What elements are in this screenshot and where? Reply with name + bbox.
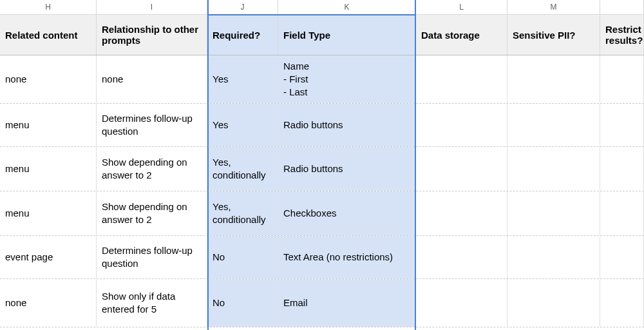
header-data-storage[interactable]: Data storage — [416, 15, 507, 55]
cell-l[interactable] — [416, 147, 507, 191]
col-letter-n[interactable] — [600, 0, 644, 14]
table-row: noneShow only if data entered for 5NoEma… — [0, 279, 644, 327]
header-required[interactable]: Required? — [207, 15, 278, 55]
header-field-type[interactable]: Field Type — [278, 15, 416, 55]
cell-h[interactable]: event page — [0, 236, 97, 278]
cell-j[interactable]: No — [207, 279, 278, 327]
cell-k[interactable]: Radio buttons — [278, 147, 416, 191]
cell-k[interactable]: Email — [278, 279, 416, 327]
cell-m[interactable] — [507, 104, 600, 146]
cell-j[interactable]: Yes, conditionally — [207, 191, 278, 235]
cell-i[interactable]: Show depending on answer to 2 — [97, 191, 207, 235]
cell-l[interactable] — [416, 279, 507, 327]
table-row: event pageDetermines follow-up questionN… — [0, 236, 644, 279]
cell-i[interactable]: none — [97, 55, 207, 103]
col-letter-k[interactable]: K — [278, 0, 416, 14]
cell-l[interactable] — [416, 104, 507, 146]
cell-n[interactable] — [600, 147, 644, 191]
cell-k[interactable]: Radio buttons — [278, 104, 416, 146]
spreadsheet[interactable]: H I J K L M Related content Relationship… — [0, 0, 644, 330]
cell-n[interactable] — [600, 55, 644, 103]
cell-l[interactable] — [416, 236, 507, 278]
cell-i[interactable]: Show only if data entered for 5 — [97, 279, 207, 327]
header-relationship[interactable]: Relationship to other prompts — [97, 15, 207, 55]
cell-n[interactable] — [600, 191, 644, 235]
column-letter-row: H I J K L M — [0, 0, 644, 15]
cell-n[interactable] — [600, 104, 644, 146]
data-rows: nonenoneYesName - First - LastmenuDeterm… — [0, 55, 644, 327]
col-letter-i[interactable]: I — [97, 0, 207, 14]
cell-i[interactable]: Determines follow-up question — [97, 104, 207, 146]
cell-l[interactable] — [416, 55, 507, 103]
cell-i[interactable]: Show depending on answer to 2 — [97, 147, 207, 191]
header-restrict-results[interactable]: Restrict results? — [600, 15, 644, 55]
header-sensitive-pii[interactable]: Sensitive PII? — [507, 15, 600, 55]
cell-h[interactable]: menu — [0, 147, 97, 191]
header-row: Related content Relationship to other pr… — [0, 15, 644, 55]
table-row: menuShow depending on answer to 2Yes, co… — [0, 191, 644, 236]
cell-j[interactable]: Yes, conditionally — [207, 147, 278, 191]
cell-h[interactable]: none — [0, 279, 97, 327]
cell-n[interactable] — [600, 279, 644, 327]
cell-m[interactable] — [507, 55, 600, 103]
col-letter-j[interactable]: J — [207, 0, 278, 14]
table-row: nonenoneYesName - First - Last — [0, 55, 644, 104]
cell-j[interactable]: No — [207, 236, 278, 278]
cell-k[interactable]: Checkboxes — [278, 191, 416, 235]
col-letter-l[interactable]: L — [416, 0, 507, 14]
cell-l[interactable] — [416, 191, 507, 235]
cell-i[interactable]: Determines follow-up question — [97, 236, 207, 278]
table-row: menuShow depending on answer to 2Yes, co… — [0, 147, 644, 191]
cell-k[interactable]: Text Area (no restrictions) — [278, 236, 416, 278]
col-letter-h[interactable]: H — [0, 0, 97, 14]
cell-m[interactable] — [507, 279, 600, 327]
cell-j[interactable]: Yes — [207, 55, 278, 103]
cell-n[interactable] — [600, 236, 644, 278]
header-related-content[interactable]: Related content — [0, 15, 97, 55]
cell-h[interactable]: none — [0, 55, 97, 103]
col-letter-m[interactable]: M — [507, 0, 600, 14]
cell-m[interactable] — [507, 147, 600, 191]
cell-m[interactable] — [507, 236, 600, 278]
cell-k[interactable]: Name - First - Last — [278, 55, 416, 103]
table-row: menuDetermines follow-up questionYesRadi… — [0, 104, 644, 147]
cell-j[interactable]: Yes — [207, 104, 278, 146]
cell-h[interactable]: menu — [0, 104, 97, 146]
cell-m[interactable] — [507, 191, 600, 235]
cell-h[interactable]: menu — [0, 191, 97, 235]
